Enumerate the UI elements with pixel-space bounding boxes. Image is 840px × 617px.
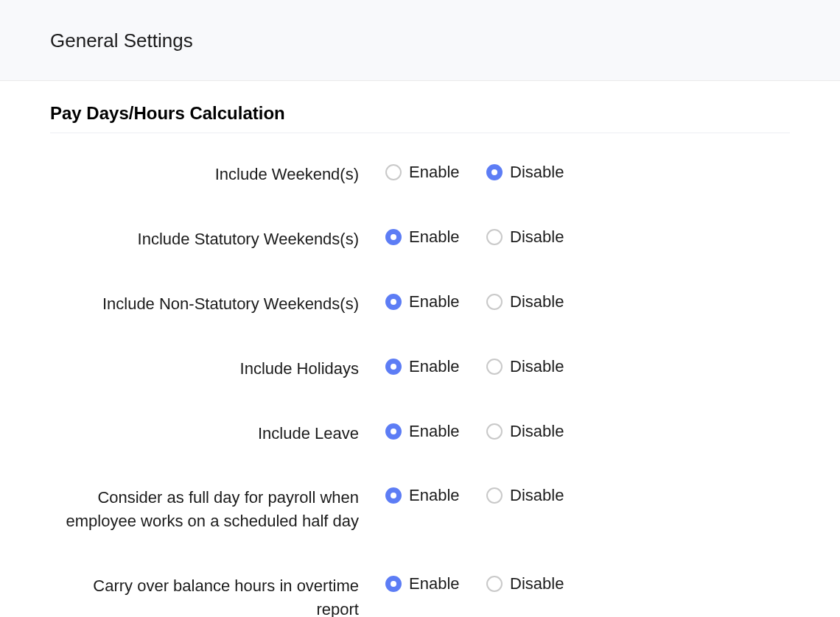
radio-icon [385,294,402,310]
radio-option-disable[interactable]: Disable [486,292,564,311]
radio-option-enable[interactable]: Enable [385,357,470,376]
setting-options: EnableDisable [385,357,564,376]
setting-options: EnableDisable [385,574,564,593]
setting-label: Include Leave [50,422,385,445]
radio-icon [385,229,402,245]
radio-label-disable: Disable [510,357,564,376]
radio-label-enable: Enable [409,486,460,505]
radio-option-disable[interactable]: Disable [486,163,564,182]
setting-options: EnableDisable [385,163,564,182]
radio-option-enable[interactable]: Enable [385,292,470,311]
setting-row: Carry over balance hours in overtime rep… [50,574,790,617]
radio-label-disable: Disable [510,422,564,441]
setting-row: Include Statutory Weekends(s)EnableDisab… [50,228,790,251]
radio-icon [486,164,503,180]
radio-label-disable: Disable [510,574,564,593]
radio-label-enable: Enable [409,422,460,441]
radio-option-disable[interactable]: Disable [486,486,564,505]
radio-label-disable: Disable [510,163,564,182]
radio-option-disable[interactable]: Disable [486,422,564,441]
setting-label: Include Non-Statutory Weekends(s) [50,292,385,316]
radio-option-enable[interactable]: Enable [385,163,470,182]
radio-label-enable: Enable [409,228,460,247]
setting-label: Carry over balance hours in overtime rep… [50,574,385,617]
radio-option-disable[interactable]: Disable [486,574,564,593]
radio-icon [385,487,402,504]
setting-options: EnableDisable [385,228,564,247]
radio-icon [385,576,402,592]
setting-row: Include Weekend(s)EnableDisable [50,163,790,186]
radio-icon [486,359,503,375]
radio-label-enable: Enable [409,357,460,376]
radio-option-enable[interactable]: Enable [385,228,470,247]
radio-option-disable[interactable]: Disable [486,228,564,247]
page-header: General Settings [0,0,840,81]
setting-options: EnableDisable [385,422,564,441]
setting-label: Include Statutory Weekends(s) [50,228,385,251]
radio-icon [385,359,402,375]
radio-option-enable[interactable]: Enable [385,422,470,441]
radio-label-disable: Disable [510,228,564,247]
setting-row: Consider as full day for payroll when em… [50,486,790,533]
content-area: Pay Days/Hours Calculation Include Weeke… [0,81,840,617]
setting-row: Include HolidaysEnableDisable [50,357,790,381]
radio-label-enable: Enable [409,163,460,182]
setting-options: EnableDisable [385,292,564,311]
radio-option-disable[interactable]: Disable [486,357,564,376]
radio-icon [486,229,503,245]
radio-label-disable: Disable [510,292,564,311]
radio-option-enable[interactable]: Enable [385,574,470,593]
radio-label-disable: Disable [510,486,564,505]
radio-option-enable[interactable]: Enable [385,486,470,505]
radio-icon [486,423,503,440]
setting-options: EnableDisable [385,486,564,505]
radio-label-enable: Enable [409,292,460,311]
radio-icon [385,423,402,440]
radio-icon [385,164,402,180]
page-title: General Settings [50,29,790,52]
radio-icon [486,294,503,310]
radio-icon [486,487,503,504]
setting-label: Consider as full day for payroll when em… [50,486,385,533]
setting-label: Include Weekend(s) [50,163,385,186]
radio-icon [486,576,503,592]
setting-label: Include Holidays [50,357,385,381]
radio-label-enable: Enable [409,574,460,593]
setting-row: Include Non-Statutory Weekends(s)EnableD… [50,292,790,316]
section-title: Pay Days/Hours Calculation [50,103,790,133]
settings-list: Include Weekend(s)EnableDisableInclude S… [50,163,790,617]
setting-row: Include LeaveEnableDisable [50,422,790,445]
